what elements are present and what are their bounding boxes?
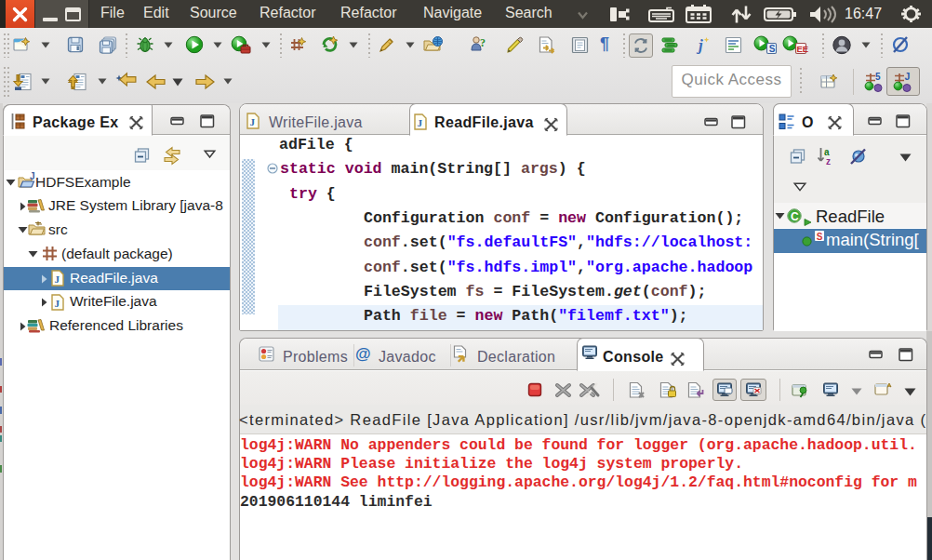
svg-text:S: S xyxy=(769,44,776,54)
svg-text:J: J xyxy=(55,298,60,309)
svg-text:C: C xyxy=(791,210,799,223)
svg-text:?: ? xyxy=(480,36,486,49)
svg-text:5: 5 xyxy=(875,72,881,82)
svg-text:S: S xyxy=(817,232,823,242)
svg-text:J: J xyxy=(30,171,35,181)
svg-text:EE: EE xyxy=(797,44,809,54)
svg-text:z: z xyxy=(826,156,831,167)
svg-text:j: j xyxy=(696,36,703,54)
svg-text:J: J xyxy=(905,71,911,82)
svg-text:J: J xyxy=(55,273,60,285)
